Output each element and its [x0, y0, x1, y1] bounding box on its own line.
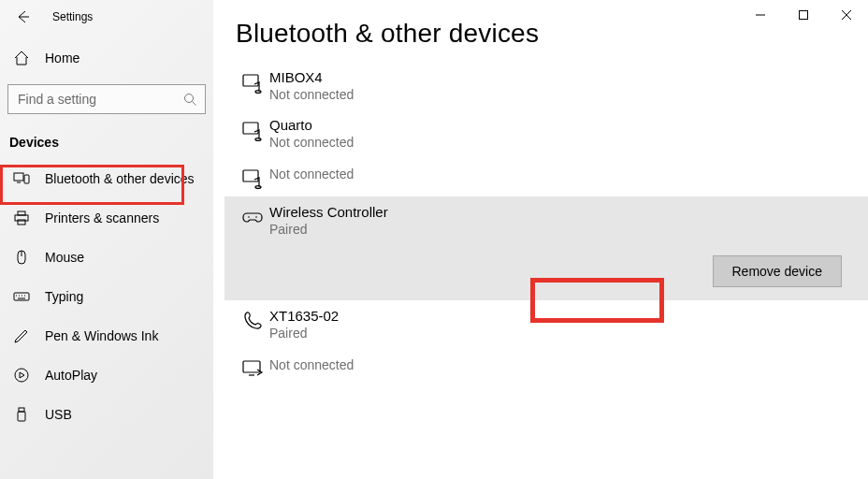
device-list: MIBOX4 Not connected Quarto Not connecte… [224, 62, 868, 387]
svg-rect-23 [18, 412, 25, 421]
device-row[interactable]: Not connected [224, 157, 868, 196]
nav-mouse[interactable]: Mouse [0, 238, 213, 277]
usb-icon [13, 406, 30, 423]
titlebar: Settings [0, 0, 213, 34]
page-title: Bluetooth & other devices [236, 19, 868, 49]
device-name: Quarto [269, 117, 861, 133]
device-name: Wireless Controller [269, 204, 861, 220]
device-row[interactable]: Not connected [224, 348, 868, 387]
nav-usb[interactable]: USB [0, 395, 213, 434]
nav-bluetooth-other-devices[interactable]: Bluetooth & other devices [0, 159, 213, 198]
mouse-icon [13, 249, 30, 266]
device-status: Paired [269, 326, 861, 341]
svg-rect-25 [243, 123, 258, 134]
home-link[interactable]: Home [0, 37, 213, 79]
device-status: Not connected [269, 87, 861, 102]
app-title: Settings [45, 10, 93, 23]
device-status: Paired [269, 222, 861, 237]
search-box[interactable] [7, 84, 206, 114]
device-row[interactable]: XT1635-02 Paired [224, 300, 868, 348]
nav-label: Mouse [45, 250, 84, 265]
svg-rect-7 [14, 173, 23, 181]
svg-rect-29 [243, 361, 260, 372]
device-name: MIBOX4 [269, 69, 861, 85]
sidebar: Settings Home Devices Bluetooth & other … [0, 0, 213, 479]
svg-point-21 [15, 369, 28, 382]
device-row-selected[interactable]: Wireless Controller Paired Remove device [224, 196, 868, 300]
printer-icon [13, 210, 30, 226]
display-icon [236, 356, 269, 380]
devices-icon [13, 170, 30, 187]
svg-rect-15 [14, 293, 29, 300]
nav-category-title: Devices [0, 127, 213, 159]
nav-label: Printers & scanners [45, 210, 159, 225]
svg-rect-11 [18, 211, 25, 215]
autoplay-icon [13, 367, 30, 384]
keyboard-icon [13, 288, 30, 305]
device-status: Not connected [269, 357, 861, 372]
svg-rect-26 [243, 170, 258, 181]
device-status: Not connected [269, 167, 861, 181]
pen-icon [13, 327, 30, 344]
svg-point-28 [255, 216, 257, 218]
device-status: Not connected [269, 135, 861, 150]
svg-rect-24 [243, 75, 258, 86]
phone-icon [236, 308, 269, 341]
nav-label: Pen & Windows Ink [45, 328, 158, 343]
search-icon [183, 93, 197, 107]
device-row[interactable]: MIBOX4 Not connected [224, 62, 868, 109]
svg-line-6 [193, 101, 196, 105]
media-device-icon [236, 117, 269, 150]
nav-label: Bluetooth & other devices [45, 171, 195, 186]
svg-point-27 [248, 216, 250, 218]
svg-point-5 [185, 94, 194, 102]
nav-typing[interactable]: Typing [0, 277, 213, 316]
device-row[interactable]: Quarto Not connected [224, 109, 868, 157]
main-content: Bluetooth & other devices MIBOX4 Not con… [213, 0, 868, 479]
svg-rect-8 [24, 175, 29, 183]
home-label: Home [45, 51, 80, 65]
nav-autoplay[interactable]: AutoPlay [0, 356, 213, 395]
nav-pen-windows-ink[interactable]: Pen & Windows Ink [0, 316, 213, 356]
media-device-icon [236, 69, 269, 102]
nav-label: AutoPlay [45, 368, 97, 383]
back-button[interactable] [0, 0, 45, 34]
device-name: XT1635-02 [269, 308, 861, 324]
nav-printers-scanners[interactable]: Printers & scanners [0, 198, 213, 238]
svg-rect-22 [19, 408, 24, 412]
nav-label: USB [45, 407, 72, 422]
remove-device-button[interactable]: Remove device [713, 255, 843, 287]
home-icon [13, 50, 30, 66]
controller-icon [236, 204, 269, 237]
media-device-icon [236, 165, 269, 189]
nav-label: Typing [45, 289, 83, 304]
search-input[interactable] [16, 91, 183, 108]
